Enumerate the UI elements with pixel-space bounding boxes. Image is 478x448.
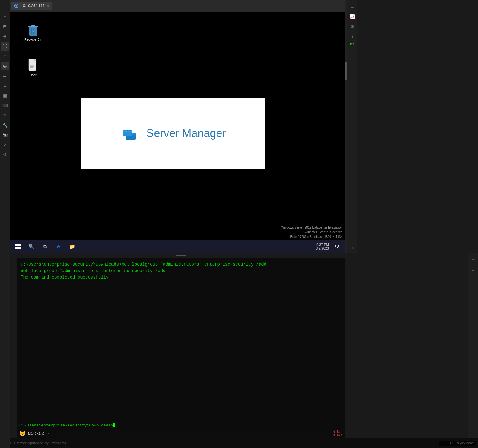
server-manager-content: Server Manager [120,124,226,143]
keyboard-icon[interactable]: ⌨ [1,101,9,110]
right-text-us: us [350,246,355,250]
terminal-content: C:\Users\enterprise-security\Downloads>n… [17,258,345,284]
add-icon[interactable]: ⊞ [1,22,9,31]
left-sidebar: ⋮ ⌂ ⊞ ⊕ ⛶ ≡ ◎ ⇄ ≡ ▣ ⌨ ⚙ 🔧 📷 ✓ ↺ [0,0,10,448]
camera-icon[interactable]: 📷 [1,131,9,139]
home-icon[interactable]: ⌂ [1,12,9,21]
crosshair-icon[interactable]: ⊕ [1,32,9,41]
svg-rect-11 [30,63,35,63]
right-text-label: les [350,42,355,47]
right-cog-icon[interactable]: ⚙ [348,22,357,31]
svg-rect-14 [30,66,34,67]
list2-icon[interactable]: ≡ [1,81,9,90]
status-mid: C:\Users\enterprise-security\Downloads> [10,442,67,445]
scrollbar-thumb[interactable] [345,62,347,80]
server-manager-title: Server Manager [146,127,226,140]
refresh-icon[interactable]: ↺ [1,150,9,159]
notification-icon: 🗨 [335,244,339,249]
terminal-drag-handle[interactable] [176,255,186,256]
tab-bar: 10.10.254.117 × [10,0,345,12]
recycle-bin-icon[interactable]: ♻ Recycle Bin [22,21,44,43]
wrench-icon[interactable]: 🔧 [1,121,9,129]
task-view-icon: ⧉ [43,244,47,249]
tab-close-button[interactable]: × [47,4,49,8]
terminal-area[interactable]: C:\Users\enterprise-security\Downloads>n… [17,253,345,448]
explorer-button[interactable]: 📁 [67,241,78,252]
svg-rect-13 [30,65,34,66]
server-manager-dialog[interactable]: Server Manager [81,98,265,169]
task-view-button[interactable]: ⧉ [39,241,51,252]
server-manager-icon [120,124,140,143]
terminal-line-1: C:\Users\enterprise-security\Downloads>n… [21,261,341,268]
username-display: M1n9K1n9 [28,432,44,435]
right-info-icon[interactable]: ℹ [348,32,357,41]
terminal-prompt-bar[interactable]: C:\Users\enterprise-security\Downloads> [17,421,217,430]
watermark-line3: Build 17763.rs5_release.180914-1434 [281,234,342,239]
ie-button[interactable]: e [53,241,64,252]
net-download: 0 B/s [333,434,342,437]
terminal-line-2: net localgroup "administrators" enterpri… [21,268,341,274]
home3-button[interactable]: ⌂ [469,266,477,275]
monitor-icon[interactable]: ▣ [1,91,9,100]
right-scrollbar[interactable] [345,0,347,253]
list-icon[interactable]: ≡ [1,52,9,60]
tab-title: 10.10.254.117 [21,4,45,8]
search-button[interactable]: 🔍 [26,241,37,252]
plus-button[interactable]: + [469,255,477,264]
terminal-line-3: The command completed successfully. [21,274,341,281]
network-stats: 0 B/s 0 B/s [333,430,342,437]
windows-watermark: Windows Server 2019 Datacenter Evaluatio… [281,225,342,239]
windows-desktop[interactable]: ♻ Recycle Bin [10,12,345,253]
user-file-icon[interactable]: user [22,56,44,78]
settings-icon[interactable]: ⚙ [1,111,9,120]
windows-logo [15,244,21,249]
svg-rect-15 [30,67,33,68]
svg-rect-22 [127,130,128,131]
right-lines-icon[interactable]: ≡ [348,2,357,11]
menu-icon[interactable]: ⋮ [1,2,9,11]
bottom-right-sidebar: + ⌂ − [468,253,478,448]
taskbar-date: 3/9/2023 [316,246,329,250]
terminal-cursor [113,423,115,427]
ie-icon: e [57,243,60,250]
svg-rect-5 [35,28,35,34]
flip-icon[interactable]: ⇄ [1,71,9,80]
terminal-header[interactable] [17,253,345,258]
fullscreen-icon[interactable]: ⛶ [1,42,9,51]
net-upload: 0 B/s [333,430,342,434]
user-file-image [26,58,41,72]
taskbar-time: 9:37 PM [316,243,329,246]
check-icon[interactable]: ✓ [1,141,9,149]
svg-text:♻: ♻ [32,29,35,33]
windows-taskbar: 🔍 ⧉ e 📁 9:37 PM 3/9/2023 🗨 [10,240,345,253]
watermark-line2: Windows License is expired [281,230,342,234]
bottom-info-bar: 🐱 M1n9K1n9 ▲ 0 B/s 0 B/s [17,429,345,438]
svg-rect-12 [30,64,35,64]
up-arrow: ▲ [47,432,50,435]
target-icon[interactable]: ◎ [1,62,9,70]
bottom-status-bar: Rav C:\Users\enterprise-security\Downloa… [0,438,478,448]
recycle-bin-label: Recycle Bin [24,38,42,41]
right-sidebar: ≡ 📈 ⚙ ℹ les us [347,0,357,253]
minus-button[interactable]: − [469,277,477,286]
csdn-label: CSDN @Sugobet [439,441,476,446]
tab-connection-icon [14,4,18,8]
svg-rect-21 [129,130,131,131]
start-button[interactable] [12,241,23,252]
svg-rect-20 [124,130,125,131]
remote-tab[interactable]: 10.10.254.117 × [11,2,52,10]
notification-button[interactable]: 🗨 [331,241,342,252]
search-icon: 🔍 [28,244,34,250]
recycle-bin-image: ♻ [26,22,41,37]
remote-desktop-area[interactable]: 10.10.254.117 × ♻ [10,0,345,253]
terminal-prompt: C:\Users\enterprise-security\Downloads> [19,423,113,428]
right-chart-icon[interactable]: 📈 [348,12,357,21]
cat-icon: 🐱 [19,431,26,437]
watermark-line1: Windows Server 2019 Datacenter Evaluatio… [281,225,342,230]
user-file-label: user [30,73,36,77]
explorer-icon: 📁 [69,244,75,250]
svg-rect-2 [31,25,35,26]
